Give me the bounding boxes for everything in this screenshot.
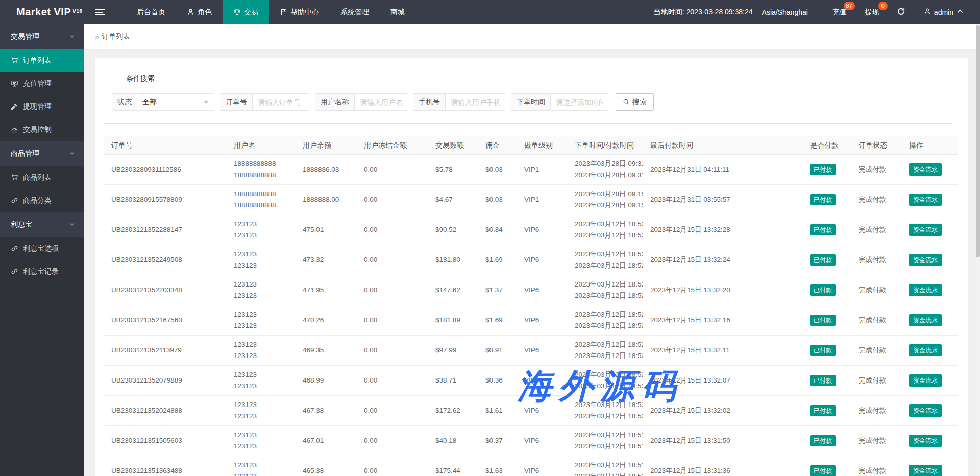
cell-order-no: UB2303121351363488 <box>104 456 226 476</box>
paid-badge[interactable]: 已付款 <box>810 284 836 296</box>
fund-flow-button[interactable]: 资金流水 <box>909 163 942 176</box>
cell-commission: $0.03 <box>478 185 517 215</box>
cell-balance: 470.26 <box>295 305 356 336</box>
cell-status: 完成付款 <box>851 456 901 476</box>
cell-frozen: 0.00 <box>356 456 428 476</box>
paid-badge[interactable]: 已付款 <box>810 465 836 476</box>
paid-badge[interactable]: 已付款 <box>810 164 836 175</box>
sidebar-item-1[interactable]: 订单列表 <box>0 49 84 72</box>
order-time-filter-group: 下单时间 <box>511 93 608 111</box>
refresh-button[interactable] <box>889 0 914 24</box>
recharge-link[interactable]: 充值 87 <box>823 0 856 24</box>
cell-balance: 1888888.00 <box>295 185 356 215</box>
cell-order-no: UB2303121352288147 <box>104 215 226 245</box>
paid-badge[interactable]: 已付款 <box>810 435 836 446</box>
top-nav: 后台首页角色交易帮助中心系统管理商城 <box>126 0 415 24</box>
cell-order-no: UB2303121352167560 <box>104 305 226 336</box>
cell-commission: $1.37 <box>478 275 517 305</box>
fund-flow-button[interactable]: 资金流水 <box>909 254 942 266</box>
cell-order-no: UB2303280931112586 <box>104 155 226 185</box>
cell-order-no: UB2303121351505603 <box>104 426 226 456</box>
paid-badge[interactable]: 已付款 <box>810 254 836 266</box>
cell-paid: 已付款 <box>802 215 851 245</box>
fund-flow-button[interactable]: 资金流水 <box>909 194 942 206</box>
top-nav-item-2[interactable]: 交易 <box>223 0 269 24</box>
chevron-down-icon <box>69 34 75 39</box>
sidebar-item-6[interactable]: 商品列表 <box>0 166 84 189</box>
top-nav-item-0[interactable]: 后台首页 <box>126 0 176 24</box>
paid-badge[interactable]: 已付款 <box>810 194 836 205</box>
sidebar-group-8[interactable]: 利息宝 <box>0 212 84 237</box>
main-content: 条件搜索 状态 全部 订单号 用户名称 <box>84 50 980 476</box>
chevron-up-icon <box>957 8 964 16</box>
sidebar-item-9[interactable]: 利息宝选项 <box>0 237 84 260</box>
sidebar-item-2[interactable]: 充值管理 <box>0 72 84 95</box>
fund-flow-button[interactable]: 资金流水 <box>909 314 942 326</box>
phone-label: 手机号 <box>413 93 445 111</box>
order-no-input[interactable] <box>252 93 309 111</box>
cell-status: 完成付款 <box>851 426 901 456</box>
fund-flow-button[interactable]: 资金流水 <box>909 374 942 387</box>
table-row: UB2303121351505603123123123123467.010.00… <box>104 426 958 456</box>
sidebar-item-7[interactable]: 商品分类 <box>0 189 84 212</box>
username-input[interactable] <box>354 93 407 111</box>
fund-flow-button[interactable]: 资金流水 <box>909 224 942 236</box>
page-scrollbar-thumb[interactable] <box>976 25 980 257</box>
brand-name: Market VIP <box>16 6 71 18</box>
cell-commission: $0.91 <box>478 336 517 366</box>
table-row: UB2303121352079889123123123123468.990.00… <box>104 366 958 396</box>
fund-flow-button[interactable]: 资金流水 <box>909 284 942 296</box>
top-nav-item-1[interactable]: 角色 <box>176 0 223 24</box>
sidebar-item-label: 利息宝记录 <box>23 267 59 276</box>
paid-badge[interactable]: 已付款 <box>810 405 836 416</box>
hamburger-icon <box>95 8 105 17</box>
cart-icon <box>11 174 18 181</box>
paid-badge[interactable]: 已付款 <box>810 345 836 356</box>
top-nav-item-4[interactable]: 系统管理 <box>330 0 380 24</box>
cell-balance: 468.99 <box>295 366 356 396</box>
search-button[interactable]: 搜索 <box>616 93 654 111</box>
admin-menu[interactable]: admin <box>914 8 967 16</box>
fund-flow-button[interactable]: 资金流水 <box>909 404 942 417</box>
status-select[interactable]: 全部 <box>137 93 214 111</box>
sidebar-item-3[interactable]: 提现管理 <box>0 95 84 118</box>
board-icon <box>11 80 18 87</box>
phone-input[interactable] <box>445 93 505 111</box>
sidebar-group-0[interactable]: 交易管理 <box>0 24 84 49</box>
cell-status: 完成付款 <box>851 275 901 305</box>
column-header-6: 做单级别 <box>517 136 567 155</box>
paid-badge[interactable]: 已付款 <box>810 375 836 386</box>
cell-order-no: UB2303121352113979 <box>104 336 226 366</box>
paid-badge[interactable]: 已付款 <box>810 315 836 326</box>
table-row: UB2303121351363488123123123123465.380.00… <box>104 456 958 476</box>
cell-balance: 465.38 <box>295 456 356 476</box>
order-time-input[interactable] <box>550 93 608 111</box>
cell-action: 资金流水 <box>901 396 958 426</box>
fund-flow-button[interactable]: 资金流水 <box>909 435 942 447</box>
order-no-filter-group: 订单号 <box>220 93 309 111</box>
sidebar-item-10[interactable]: 利息宝记录 <box>0 260 84 283</box>
sidebar-item-label: 交易控制 <box>23 125 52 134</box>
sidebar-group-5[interactable]: 商品管理 <box>0 141 84 166</box>
top-nav-item-label: 商城 <box>390 8 405 17</box>
withdraw-link[interactable]: 提现 0 <box>856 0 889 24</box>
fund-flow-button[interactable]: 资金流水 <box>909 465 942 476</box>
page-scrollbar-track[interactable] <box>976 24 980 476</box>
sidebar-collapse-button[interactable] <box>84 0 116 24</box>
cell-level: VIP6 <box>517 396 567 426</box>
cell-order-no: UB2303121352249508 <box>104 245 226 275</box>
cell-amount: $147.62 <box>428 275 478 305</box>
sidebar-group-label: 交易管理 <box>11 32 39 41</box>
top-nav-item-3[interactable]: 帮助中心 <box>269 0 330 24</box>
sidebar-item-4[interactable]: 交易控制 <box>0 118 84 141</box>
top-nav-item-5[interactable]: 商城 <box>380 0 415 24</box>
cell-action: 资金流水 <box>901 426 958 456</box>
cell-last-pay-time: 2023年12月15日 13:32:02 <box>643 396 802 426</box>
cell-action: 资金流水 <box>901 366 958 396</box>
fund-flow-button[interactable]: 资金流水 <box>909 344 942 356</box>
paid-badge[interactable]: 已付款 <box>810 224 836 235</box>
sidebar-item-label: 提现管理 <box>23 102 52 111</box>
search-fieldset: 条件搜索 状态 全部 订单号 用户名称 <box>104 74 952 124</box>
cell-last-pay-time: 2023年12月31日 03:55:57 <box>643 185 802 215</box>
cell-commission: $0.37 <box>478 426 517 456</box>
